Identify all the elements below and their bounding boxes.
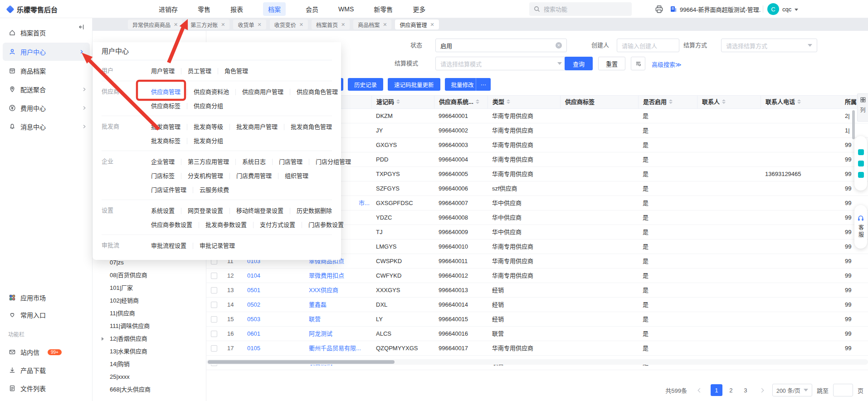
menu-link[interactable]: 第三方应用管理 [181,159,235,165]
vertical-scrollbar-thumb[interactable] [852,110,855,139]
tenant-switcher[interactable]: 99664-新界面商超版测试-管理... [670,0,761,18]
sidebar-item-delivery[interactable]: 配送聚合 [0,80,93,98]
nav-item[interactable]: 更多 [413,5,425,14]
menu-link[interactable]: 门店管理 [272,159,309,165]
tree-item[interactable]: 668|大头供应商 [93,383,206,396]
menu-link[interactable]: 供应商标签 [145,103,187,109]
more-actions-button[interactable]: ⋯ [476,78,491,91]
tree-item[interactable]: 11|供应商 [93,307,206,320]
sort-icon[interactable] [507,99,510,104]
menu-link[interactable]: 批发商等级 [187,124,229,130]
menu-link[interactable]: 组织管理 [278,173,315,179]
supplier-code-link[interactable]: 0601 [243,327,304,341]
sidebar-item-expense-center[interactable]: 费用中心 [0,99,93,117]
column-header[interactable]: 供应商系统... [434,96,488,108]
tree-item[interactable]: 111|调味供应商 [93,320,206,333]
tab[interactable]: 商品档案 ✕ [353,20,391,29]
sidebar-item-user-center[interactable]: 用户中心 [3,43,90,61]
saved-filter-button[interactable] [631,57,645,70]
tree-item[interactable]: 14|购销 [93,358,206,371]
toolbar-button[interactable]: 历史记录 [348,78,383,91]
menu-link[interactable]: 云服务续费 [193,187,235,193]
sort-icon[interactable] [396,99,400,104]
menu-link[interactable]: 批发商分组 [187,138,229,144]
sidebar-item-favorites[interactable]: 常用入口 [0,306,93,324]
close-icon[interactable]: ✕ [383,22,387,27]
user-menu[interactable]: C cqc [767,0,798,18]
sort-icon[interactable] [476,99,479,104]
tree-item[interactable]: 08|百货供应商 [93,269,206,282]
supplier-name-link[interactable]: 衢州千品贸易有限... [304,341,371,356]
tree-item[interactable]: 102|经销商 [93,294,206,307]
sort-icon[interactable] [722,99,726,104]
clear-icon[interactable]: ✕ [556,42,562,49]
menu-link[interactable]: 供应商角色管理 [290,89,344,95]
menu-link[interactable]: 供应商分组 [187,103,229,109]
column-header[interactable]: 联系人 [697,96,761,108]
nav-item[interactable]: 新零售 [374,5,393,14]
supplier-name-link[interactable]: 阿龙测试 [304,327,371,341]
page-number[interactable]: 3 [740,384,751,396]
tool-icon[interactable] [858,172,864,178]
nav-item[interactable]: WMS [338,5,354,13]
advanced-search-link[interactable]: 高级搜索≫ [652,60,682,68]
sidebar-item-product-archive[interactable]: 商品档案 [0,62,93,80]
menu-link[interactable]: 支付方式设置 [253,222,302,228]
printer-icon[interactable] [654,5,663,14]
menu-link[interactable]: 系统设置 [145,208,181,214]
tree-item[interactable]: 25|xxxx [93,371,206,383]
menu-link[interactable]: 分支机构管理 [181,173,229,179]
menu-link[interactable]: 门店标签 [145,173,181,179]
menu-link[interactable]: 门店分组管理 [309,159,357,165]
nav-item[interactable]: 档案 [263,2,286,16]
customer-service-widget[interactable]: 客服 [854,205,867,249]
nav-item[interactable]: 会员 [306,5,318,14]
reset-button[interactable]: 重置 [598,57,625,70]
page-size-select[interactable]: 200 条/页 [772,384,812,396]
menu-link[interactable]: 角色管理 [218,68,254,74]
menu-link[interactable]: 门店参数设置 [302,222,350,228]
tree-item[interactable]: 13|水果供应商 [93,345,206,358]
supplier-code-link[interactable]: 0501 [243,283,304,298]
query-button[interactable]: 查询 [565,57,593,70]
sidebar-item-inbox[interactable]: 站内信 99+ [0,343,93,361]
menu-link[interactable]: 门店证件管理 [145,187,193,193]
next-page-button[interactable] [756,384,768,396]
supplier-name-link[interactable]: 董鑫磊 [304,298,371,312]
menu-link[interactable]: 批发商参数设置 [199,222,253,228]
tab[interactable]: 收货单 ✕ [233,20,266,29]
sidebar-item-app-market[interactable]: 应用市场 [0,289,93,307]
supplier-name-link[interactable]: 联营 [304,312,371,327]
supplier-code-link[interactable]: 0104 [243,269,304,283]
tree-item[interactable]: 12|香烟供应商 [93,333,206,345]
tree-item[interactable]: 101|厂家 [93,282,206,294]
close-icon[interactable]: ✕ [257,22,261,27]
jump-page-input[interactable] [833,384,853,396]
tab[interactable]: 档案首页 ✕ [312,20,350,29]
nav-item[interactable]: 进销存 [159,5,178,14]
search-input[interactable] [543,5,627,13]
menu-link[interactable]: 门店费用管理 [229,173,278,179]
row-checkbox[interactable] [211,345,217,352]
tab[interactable]: 收货变价 ✕ [270,20,308,29]
column-header[interactable]: 供应商标签 [560,96,638,108]
row-checkbox[interactable] [211,287,217,293]
supplier-code-link[interactable]: 0503 [243,312,304,327]
menu-link[interactable]: 历史数据删除 [290,208,338,214]
nav-item[interactable]: 零售 [198,5,210,14]
menu-link[interactable]: 供应商资料池 [187,89,235,95]
menu-link[interactable]: 批发商标签 [145,138,187,144]
column-header[interactable]: 类型 [488,96,560,108]
status-input[interactable]: 启用 ✕ [435,39,567,52]
menu-link[interactable]: 审批流程设置 [145,243,193,249]
close-icon[interactable]: ✕ [341,22,345,27]
tool-icon[interactable] [858,149,864,155]
tab[interactable]: 供应商管理 ✕ [395,20,439,29]
menu-link[interactable]: 供应商管理 [145,89,187,95]
column-header[interactable]: 是否启用 [638,96,697,108]
column-header[interactable]: 联系人电话 [761,96,840,108]
menu-link[interactable]: 企业管理 [145,159,181,165]
close-icon[interactable]: ✕ [174,22,178,27]
prev-page-button[interactable] [694,384,706,396]
menu-link[interactable]: 批发商管理 [145,124,187,130]
